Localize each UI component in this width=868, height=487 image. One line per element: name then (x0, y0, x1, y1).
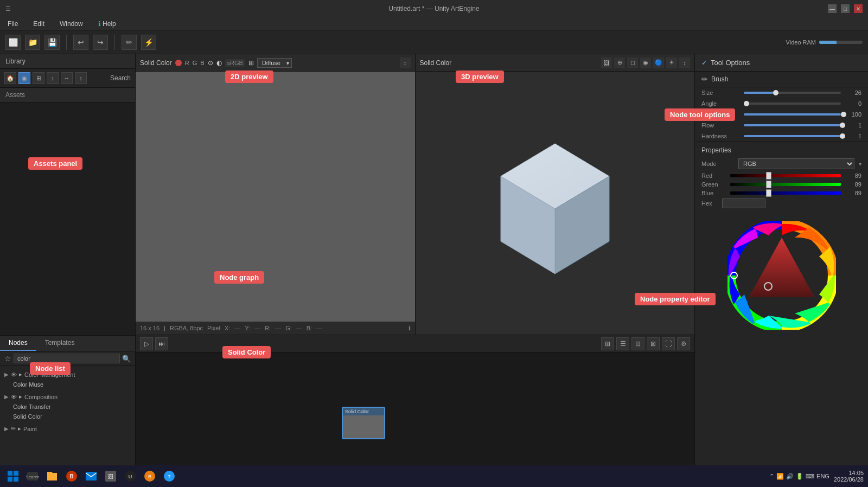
solid-color-node[interactable]: Solid Color (342, 407, 385, 439)
green-slider-thumb[interactable] (766, 181, 771, 188)
green-slider-track[interactable] (730, 183, 841, 186)
node-search-input[interactable] (14, 354, 120, 363)
lib-icon-sort2[interactable]: ↔ (61, 72, 73, 84)
light-icon[interactable]: ☀ (666, 57, 677, 68)
node-item-color-transfer[interactable]: Color Transfer (4, 402, 131, 412)
fullscreen-btn[interactable]: ⛶ (662, 337, 675, 350)
tab-nodes[interactable]: Nodes (0, 336, 36, 351)
angle-slider-track[interactable] (744, 102, 841, 105)
taskbar-icon-unity[interactable]: U (122, 467, 139, 485)
grid-view-btn[interactable]: ⊞ (601, 337, 614, 350)
grid-icon[interactable]: ⊞ (248, 59, 254, 67)
fit-view-btn[interactable]: ⊟ (631, 337, 644, 350)
red-slider-thumb[interactable] (766, 172, 771, 180)
minimize-button[interactable]: — (828, 4, 837, 13)
red-slider-track[interactable] (730, 174, 841, 177)
tab-templates[interactable]: Templates (36, 336, 84, 351)
center-area: Solid Color R G B ⊙ ◐ sRGB ⊞ Diffuse ↕ (136, 54, 694, 487)
lib-icon-grid[interactable]: ⊞ (33, 72, 44, 84)
material-icon[interactable]: 🔵 (653, 57, 664, 68)
window-title: Untitled.art * — Unity ArtEngine (388, 5, 479, 12)
mode-select[interactable]: RGB (738, 158, 854, 169)
node-item-color-muse[interactable]: Color Muse (4, 380, 131, 389)
tray-icon-wifi[interactable]: 📶 (776, 473, 784, 480)
lib-icon-sort1[interactable]: ↕ (47, 72, 59, 84)
sphere-icon[interactable]: ◉ (640, 57, 651, 68)
info-icon[interactable]: ℹ (409, 325, 411, 332)
roundness-slider-fill (744, 113, 841, 116)
expand-icon[interactable]: ⊕ (614, 57, 625, 68)
node-group-header-composition[interactable]: ▶ 👁 ▸ Composition (4, 392, 131, 402)
save-button[interactable]: 💾 (44, 35, 60, 50)
node-group-header-paint[interactable]: ▶ ✏ ▸ Paint (4, 424, 131, 434)
redo-button[interactable]: ↪ (93, 35, 108, 50)
size-slider-track[interactable] (744, 92, 841, 94)
flow-slider-thumb[interactable] (840, 123, 845, 128)
color-wheel-container[interactable] (727, 221, 836, 330)
skip-btn[interactable]: ⏭ (155, 337, 168, 350)
lib-icon-home[interactable]: 🏠 (4, 72, 16, 84)
channel-b[interactable]: B (200, 60, 204, 66)
hardness-slider-fill (744, 135, 841, 137)
node-item-solid-color[interactable]: Solid Color (4, 412, 131, 421)
close-button[interactable]: ✕ (854, 4, 863, 13)
play-btn[interactable]: ▷ (140, 337, 153, 350)
roundness-slider-track[interactable] (744, 113, 841, 116)
settings-btn[interactable]: ⚙ (677, 337, 690, 350)
draw-button[interactable]: ✏ (122, 35, 137, 50)
menu-icon[interactable]: ☰ (5, 5, 11, 12)
lib-icon-sort3[interactable]: ↕ (75, 72, 87, 84)
color-wheel-svg[interactable] (727, 221, 836, 330)
taskbar-icon-browser[interactable]: B (63, 467, 80, 485)
menu-file[interactable]: File (4, 19, 21, 29)
tray-icon-locale[interactable]: ENG (816, 473, 829, 479)
diffuse-dropdown[interactable]: Diffuse (257, 58, 292, 68)
hex-input[interactable] (722, 198, 765, 208)
roundness-slider-thumb[interactable] (841, 112, 846, 117)
hardness-slider-thumb[interactable] (840, 133, 845, 139)
tray-icon-1[interactable]: ⌃ (769, 473, 774, 480)
taskbar-time-display[interactable]: 14:05 2022/06/28 (834, 470, 864, 483)
fit-3d-icon[interactable]: ↕ (679, 57, 690, 68)
menu-edit[interactable]: Edit (30, 19, 48, 29)
new-button[interactable]: ⬜ (5, 35, 21, 50)
alpha-icon[interactable]: ⊙ (208, 59, 213, 67)
channel-g[interactable]: G (193, 60, 197, 66)
open-button[interactable]: 📁 (25, 35, 40, 50)
invert-icon[interactable]: ◐ (216, 59, 222, 67)
tray-icon-keyboard[interactable]: ⌨ (806, 473, 814, 480)
hardness-slider-track[interactable] (744, 135, 841, 137)
fit-icon[interactable]: ↕ (400, 57, 411, 68)
taskbar-icon-blender[interactable]: B (141, 467, 158, 485)
g-label: G: (285, 325, 292, 331)
star-button[interactable]: ☆ (4, 354, 11, 363)
blue-slider-track[interactable] (730, 191, 841, 195)
search-label: Search (110, 74, 131, 82)
list-view-btn[interactable]: ☰ (616, 337, 629, 350)
menu-window[interactable]: Window (56, 19, 86, 29)
srgb-label[interactable]: sRGB (225, 59, 245, 67)
flow-slider-track[interactable] (744, 124, 841, 126)
tray-icon-volume[interactable]: 🔊 (786, 473, 794, 480)
zoom-fit-btn[interactable]: ⊠ (647, 337, 660, 350)
select-button[interactable]: ⚡ (141, 35, 156, 50)
tray-icon-battery[interactable]: 🔋 (796, 473, 803, 480)
search-icon[interactable]: 🔍 (122, 355, 131, 363)
lib-icon-circle[interactable]: ◉ (18, 72, 30, 84)
taskbar-start[interactable] (4, 467, 22, 485)
taskbar-icon-files[interactable] (43, 467, 61, 485)
size-slider-thumb[interactable] (773, 90, 778, 95)
maximize-button[interactable]: □ (841, 4, 850, 13)
taskbar-icon-email[interactable] (82, 467, 100, 485)
taskbar-icon-photos[interactable]: 🖼 (102, 467, 119, 485)
menu-help[interactable]: ℹ Help (95, 19, 119, 29)
channel-r[interactable]: R (185, 60, 189, 66)
taskbar-search[interactable]: Search (24, 467, 41, 485)
taskbar-icon-telegram[interactable]: T (161, 467, 178, 485)
angle-slider-thumb[interactable] (744, 101, 749, 106)
image-icon[interactable]: 🖼 (601, 57, 612, 68)
undo-button[interactable]: ↩ (73, 35, 88, 50)
blue-slider-thumb[interactable] (766, 189, 771, 197)
node-group-header-color-management[interactable]: ▶ 👁 ▸ Color Management (4, 369, 131, 380)
cube-icon[interactable]: ◻ (627, 57, 638, 68)
